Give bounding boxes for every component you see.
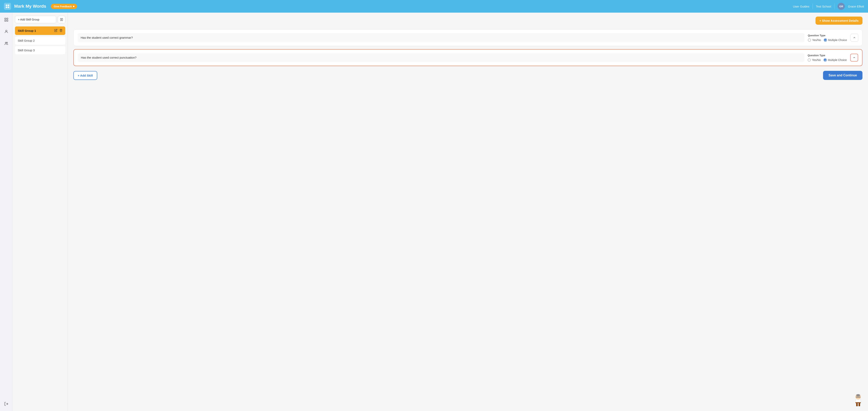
skill-group-label: Skill Group 3 [18,49,35,52]
logo-icon [4,3,11,10]
give-feedback-button[interactable]: Give Feedback [51,4,77,9]
header-divider [812,3,813,9]
svg-rect-7 [6,20,8,21]
question-type-section-2: Question Type Yes/No Multiple Choice [808,54,847,62]
yes-no-circle-2 [808,58,811,62]
sidebar-users-icon[interactable] [2,39,10,48]
skill-card: Has the student used correct grammar? Qu… [73,29,863,46]
main-layout: + Add Skill Group Skill Group 1 [0,12,868,411]
svg-rect-0 [6,4,7,6]
svg-rect-12 [60,18,61,21]
svg-rect-6 [4,20,6,21]
yes-no-radio-2[interactable]: Yes/No [808,58,821,62]
svg-point-8 [5,30,7,32]
add-skill-group-button[interactable]: + Add Skill Group [15,16,56,23]
skill-group-actions [54,29,63,33]
main-top-bar: + Show Assessment Details [73,17,863,25]
svg-rect-2 [6,6,7,8]
header-right: User Guides Test School GR Grace Elliott [793,3,864,10]
multiple-choice-radio-1[interactable]: Multiple Choice [824,38,847,42]
add-skill-button[interactable]: + Add Skill [73,71,97,80]
yes-no-radio-1[interactable]: Yes/No [808,38,821,42]
skill-group-item[interactable]: Skill Group 3 [15,46,65,54]
skill-card: Has the student used correct punctuation… [73,49,863,66]
question-text-2: Has the student used correct punctuation… [81,56,136,59]
mascot-character [852,391,864,407]
skill-group-label: Skill Group 2 [18,39,35,42]
skill-question-2: Has the student used correct punctuation… [78,53,804,62]
app-header: Mark My Words Give Feedback User Guides … [0,0,868,12]
skill-question-1: Has the student used correct grammar? [78,33,805,42]
svg-rect-20 [856,402,861,403]
svg-rect-13 [62,18,63,21]
question-text-1: Has the student used correct grammar? [81,36,133,39]
expand-button-2[interactable] [850,54,858,62]
svg-point-16 [856,394,860,396]
svg-rect-1 [8,4,9,6]
delete-icon[interactable] [59,29,63,33]
svg-point-10 [6,42,7,43]
radio-group-1: Yes/No Multiple Choice [808,38,847,42]
sidebar-person-icon[interactable] [2,16,10,24]
radio-group-2: Yes/No Multiple Choice [808,58,847,62]
yes-no-circle-1 [808,38,811,42]
question-type-label-1: Question Type [808,34,847,37]
icon-sidebar [0,12,12,411]
multiple-choice-circle-1 [824,38,827,42]
multiple-choice-radio-2[interactable]: Multiple Choice [824,58,847,62]
main-content: + Show Assessment Details Has the studen… [68,12,868,411]
skill-group-item[interactable]: Skill Group 1 [15,26,65,35]
school-name: Test School [816,5,831,8]
expand-button-1[interactable] [850,34,858,42]
svg-rect-5 [6,18,8,19]
bottom-bar: + Add Skill Save and Continue [73,71,863,80]
username: Grace Elliott [848,5,864,8]
svg-rect-4 [4,18,6,19]
skill-group-label: Skill Group 1 [18,29,36,32]
multiple-choice-circle-2 [824,58,827,62]
svg-rect-21 [856,403,858,406]
svg-rect-3 [8,6,9,8]
left-panel-top: + Add Skill Group [15,16,65,23]
left-panel: + Add Skill Group Skill Group 1 [12,12,68,411]
question-type-section-1: Question Type Yes/No Multiple Choice [808,34,847,42]
question-type-label-2: Question Type [808,54,847,57]
user-guides-link[interactable]: User Guides [793,5,809,8]
save-and-continue-button[interactable]: Save and Continue [823,71,863,80]
app-title: Mark My Words [14,4,46,9]
svg-point-9 [5,42,6,43]
skill-group-item[interactable]: Skill Group 2 [15,36,65,44]
avatar: GR [838,3,845,10]
edit-icon[interactable] [54,29,57,33]
collapse-panel-button[interactable] [58,16,65,23]
feedback-dot [73,6,74,7]
logout-icon[interactable] [2,400,10,408]
svg-rect-22 [859,403,860,406]
show-assessment-details-button[interactable]: + Show Assessment Details [815,17,863,25]
sidebar-group-icon[interactable] [2,28,10,35]
